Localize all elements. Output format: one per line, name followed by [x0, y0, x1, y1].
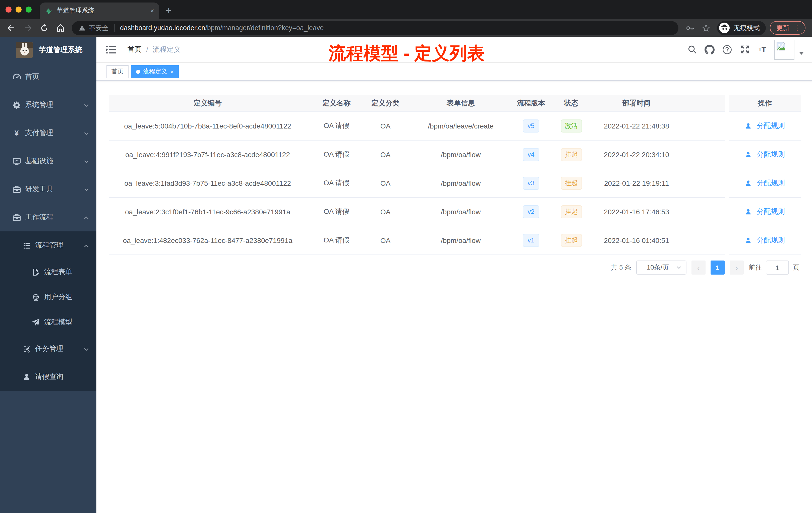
- assign-rule-link[interactable]: 分配规则: [745, 236, 785, 245]
- tag-process-definition[interactable]: 流程定义 ×: [131, 65, 179, 78]
- chevron-down-icon: [676, 265, 682, 271]
- assign-person-icon: [745, 151, 754, 158]
- definition-category-cell: OA: [367, 198, 404, 226]
- pagination: 共 5 条 10条/页 ‹ 1 › 前往 1 页: [611, 261, 800, 275]
- password-key-icon[interactable]: [686, 23, 695, 32]
- sidebar-item-3[interactable]: 基础设施: [0, 147, 96, 175]
- deploy-time-cell-text: 2022-01-16 17:46:53: [604, 208, 669, 216]
- browser-menu-icon[interactable]: ⋮: [794, 25, 801, 30]
- assign-person-icon: [745, 208, 754, 215]
- sidebar-item-4[interactable]: 研发工具: [0, 175, 96, 203]
- incognito-icon: [719, 23, 730, 33]
- traffic-minimize-button[interactable]: [16, 6, 22, 12]
- sidebar-nav: 首页系统管理¥支付管理基础设施研发工具工作流程流程管理流程表单用户分组流程模型任…: [0, 63, 96, 391]
- github-icon[interactable]: [704, 44, 715, 55]
- definition-name-link-text[interactable]: OA 请假: [324, 236, 349, 245]
- sidebar-item-9[interactable]: 流程模型: [0, 310, 96, 335]
- workflow-submenu: 流程管理流程表单用户分组流程模型任务管理请假查询: [0, 232, 96, 391]
- user-avatar[interactable]: [774, 39, 794, 59]
- actions-row: 分配规则: [729, 141, 801, 169]
- status-badge: 挂起: [561, 205, 582, 218]
- update-label[interactable]: 更新: [776, 23, 789, 32]
- back-icon[interactable]: [6, 23, 16, 33]
- form-info-link-text[interactable]: /bpm/oa/leave/create: [428, 122, 494, 130]
- sidebar-item-5[interactable]: 工作流程: [0, 203, 96, 232]
- column-header-5: 状态: [545, 95, 598, 112]
- browser-tab[interactable]: 芋道管理系统 ×: [40, 2, 159, 19]
- hamburger-icon[interactable]: [106, 44, 116, 55]
- app-title: 芋道管理系统: [39, 45, 82, 55]
- sidebar-item-10[interactable]: 任务管理: [0, 335, 96, 363]
- sidebar-item-0[interactable]: 首页: [0, 63, 96, 91]
- chevron-down-icon: [83, 346, 89, 352]
- assign-rule-link[interactable]: 分配规则: [745, 179, 785, 188]
- header-actions: TT: [679, 39, 812, 59]
- column-header-actions: 操作: [729, 95, 801, 112]
- breadcrumb-home[interactable]: 首页: [127, 45, 142, 54]
- definition-name-link-text[interactable]: OA 请假: [324, 121, 349, 130]
- definition-category-cell: OA: [367, 169, 404, 197]
- avatar-caret-icon[interactable]: [799, 52, 804, 55]
- definition-id-cell-text: oa_leave:5:004b710b-7b8a-11ec-8ef0-acde4…: [124, 122, 291, 130]
- assign-rule-link[interactable]: 分配规则: [745, 121, 785, 130]
- sidebar-item-8[interactable]: 用户分组: [0, 284, 96, 310]
- filler-cell: [675, 169, 725, 197]
- form-info-link-text[interactable]: /bpm/oa/flow: [441, 151, 481, 159]
- column-header-6: 部署时间: [598, 95, 675, 112]
- home-icon[interactable]: [55, 23, 65, 33]
- page-1-button[interactable]: 1: [710, 261, 725, 275]
- chrome-update-button[interactable]: 更新 ⋮: [770, 21, 806, 35]
- assign-person-icon: [745, 237, 754, 244]
- traffic-zoom-button[interactable]: [26, 6, 32, 12]
- assign-rule-link[interactable]: 分配规则: [745, 150, 785, 159]
- definition-category-cell-text: OA: [380, 208, 390, 216]
- next-page-button[interactable]: ›: [730, 261, 744, 275]
- sidebar-item-label: 研发工具: [25, 185, 53, 194]
- assign-rule-link[interactable]: 分配规则: [745, 207, 785, 216]
- sidebar-item-2[interactable]: ¥支付管理: [0, 119, 96, 147]
- sidebar-item-7[interactable]: 流程表单: [0, 260, 96, 284]
- bookmark-star-icon[interactable]: [701, 23, 710, 32]
- incognito-badge: 无痕模式: [717, 21, 766, 35]
- traffic-close-button[interactable]: [5, 6, 11, 12]
- tags-view: 首页 流程定义 ×: [96, 63, 812, 81]
- reload-icon[interactable]: [39, 23, 49, 33]
- sidebar-item-label: 系统管理: [25, 100, 53, 110]
- form-info-link: /bpm/oa/leave/create: [404, 112, 517, 140]
- form-info-link-text[interactable]: /bpm/oa/flow: [441, 208, 481, 216]
- form-info-link: /bpm/oa/flow: [404, 227, 517, 254]
- sidebar-item-6[interactable]: 流程管理: [0, 232, 96, 260]
- definition-name-link-text[interactable]: OA 请假: [324, 207, 349, 216]
- goto-page-input[interactable]: 1: [766, 261, 789, 275]
- definition-category-cell-text: OA: [380, 179, 390, 187]
- actions-cell: 分配规则: [729, 112, 801, 140]
- fullscreen-icon[interactable]: [740, 44, 750, 55]
- new-tab-button[interactable]: +: [166, 4, 172, 17]
- tag-close-icon[interactable]: ×: [170, 68, 174, 75]
- sidebar-logo[interactable]: 芋道管理系统: [0, 37, 96, 63]
- page-size-select[interactable]: 10条/页: [636, 261, 687, 275]
- security-label[interactable]: 不安全: [89, 23, 109, 32]
- prev-page-button[interactable]: ‹: [692, 261, 705, 275]
- definition-name-link-text[interactable]: OA 请假: [324, 150, 349, 159]
- status-cell: 挂起: [545, 169, 598, 197]
- definition-name-link-text[interactable]: OA 请假: [324, 179, 349, 188]
- sidebar-item-11[interactable]: 请假查询: [0, 363, 96, 391]
- forward-icon[interactable]: [23, 23, 33, 33]
- broken-image-icon: [776, 41, 786, 51]
- version-tag: v4: [522, 148, 539, 161]
- form-info-link-text[interactable]: /bpm/oa/flow: [441, 236, 481, 244]
- font-size-icon[interactable]: TT: [757, 44, 767, 55]
- sidebar-item-1[interactable]: 系统管理: [0, 91, 96, 119]
- tab-close-icon[interactable]: ×: [150, 7, 154, 14]
- search-icon[interactable]: [687, 44, 697, 55]
- help-icon[interactable]: [722, 44, 732, 55]
- url-bar[interactable]: 不安全 dashboard.yudao.iocoder.cn/bpm/manag…: [72, 21, 678, 35]
- deploy-time-cell: 2022-01-16 17:46:53: [598, 198, 675, 226]
- yen-icon: ¥: [12, 128, 21, 138]
- form-info-link-text[interactable]: /bpm/oa/flow: [441, 179, 481, 187]
- sidebar-item-label: 首页: [25, 72, 39, 81]
- assign-person-icon: [745, 122, 754, 129]
- chevron-down-icon: [83, 186, 89, 192]
- tag-home[interactable]: 首页: [107, 65, 128, 78]
